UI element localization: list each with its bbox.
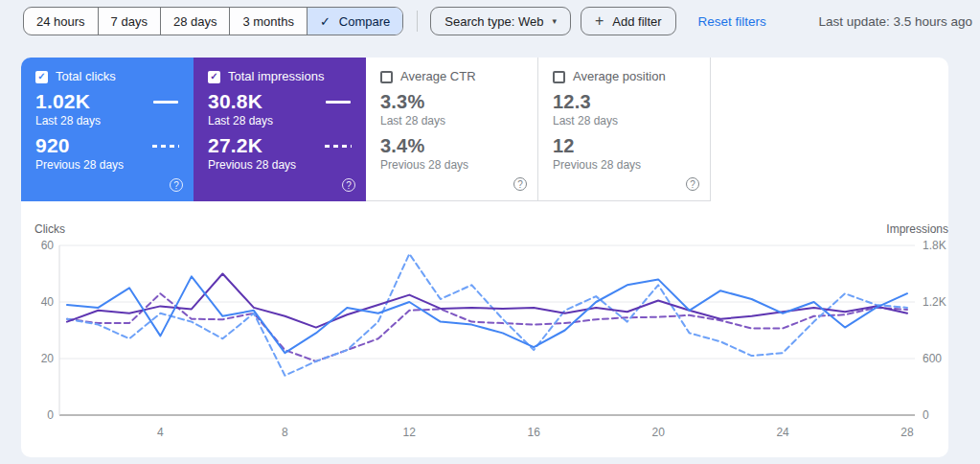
- card-title: Average CTR: [400, 70, 476, 83]
- reset-filters-link[interactable]: Reset filters: [698, 14, 766, 29]
- card-average-ctr[interactable]: Average CTR 3.3% Last 28 days 3.4% Previ…: [366, 58, 538, 201]
- search-type-label: Search type: Web: [444, 14, 543, 29]
- svg-text:0: 0: [923, 408, 929, 422]
- metric-row-current: 1.02K: [35, 91, 180, 112]
- metric-value-current: 3.3%: [380, 91, 424, 112]
- metric-label-previous: Previous 28 days: [35, 158, 180, 172]
- tab-24-hours[interactable]: 24 hours: [24, 8, 98, 35]
- card-title: Total clicks: [56, 70, 116, 83]
- metric-value-current: 12.3: [553, 91, 591, 112]
- checkbox-total-impressions[interactable]: ✓: [208, 71, 220, 83]
- metric-row-previous: 12: [553, 135, 696, 156]
- help-icon[interactable]: ?: [513, 177, 527, 191]
- solid-line-indicator: [153, 101, 178, 104]
- card-total-clicks[interactable]: ✓ Total clicks 1.02K Last 28 days 920 Pr…: [21, 58, 194, 201]
- performance-chart[interactable]: 020406006001.2K1.8K481216202428ClicksImp…: [21, 201, 948, 457]
- metric-row-previous: 3.4%: [380, 135, 524, 156]
- svg-text:1.8K: 1.8K: [923, 239, 946, 252]
- metric-value-previous: 920: [35, 135, 70, 156]
- compare-toggle[interactable]: ✓ Compare: [307, 8, 402, 35]
- dashed-line-indicator: [152, 145, 179, 148]
- checkbox-average-ctr[interactable]: [380, 71, 393, 83]
- dashed-line-indicator: [325, 145, 352, 148]
- svg-text:Clicks: Clicks: [34, 222, 65, 236]
- svg-text:24: 24: [776, 426, 789, 439]
- metric-label-previous: Previous 28 days: [553, 158, 696, 172]
- metric-cards: ✓ Total clicks 1.02K Last 28 days 920 Pr…: [21, 58, 948, 201]
- card-title: Total impressions: [228, 70, 324, 83]
- metric-label-current: Last 28 days: [380, 114, 524, 128]
- performance-panel: ✓ Total clicks 1.02K Last 28 days 920 Pr…: [21, 58, 948, 457]
- metric-label-previous: Previous 28 days: [208, 158, 353, 172]
- tab-3-months[interactable]: 3 months: [229, 8, 306, 35]
- metric-label-current: Last 28 days: [553, 114, 696, 128]
- svg-text:40: 40: [41, 295, 55, 309]
- svg-text:20: 20: [41, 352, 55, 365]
- svg-text:4: 4: [157, 426, 164, 439]
- svg-text:28: 28: [900, 426, 914, 439]
- chevron-down-icon: ▾: [552, 16, 557, 26]
- svg-text:Impressions: Impressions: [886, 222, 948, 236]
- check-icon: ✓: [320, 14, 330, 29]
- compare-label: Compare: [339, 14, 390, 29]
- svg-text:12: 12: [403, 426, 417, 439]
- metric-row-previous: 920: [35, 135, 180, 156]
- help-icon[interactable]: ?: [342, 178, 355, 192]
- card-header: ✓ Total impressions: [208, 70, 353, 83]
- card-average-position[interactable]: Average position 12.3 Last 28 days 12 Pr…: [538, 58, 711, 201]
- add-filter-label: Add filter: [612, 14, 661, 29]
- svg-text:600: 600: [923, 352, 942, 365]
- card-header: ✓ Total clicks: [35, 70, 180, 83]
- help-icon[interactable]: ?: [170, 178, 183, 192]
- metric-value-current: 30.8K: [208, 91, 262, 112]
- metric-value-previous: 12: [553, 135, 575, 156]
- toolbar-divider: [417, 11, 418, 32]
- metric-value-current: 1.02K: [35, 91, 90, 112]
- metric-label-previous: Previous 28 days: [380, 158, 524, 172]
- metric-label-current: Last 28 days: [208, 114, 353, 128]
- date-range-selector: 24 hours 7 days 28 days 3 months ✓ Compa…: [23, 7, 403, 35]
- metric-label-current: Last 28 days: [35, 114, 180, 128]
- metric-row-previous: 27.2K: [208, 135, 353, 156]
- checkbox-average-position[interactable]: [553, 71, 565, 83]
- svg-text:60: 60: [41, 239, 55, 252]
- metric-row-current: 12.3: [553, 91, 696, 112]
- help-icon[interactable]: ?: [686, 177, 699, 191]
- svg-text:20: 20: [651, 426, 665, 439]
- svg-text:16: 16: [528, 426, 541, 439]
- card-title: Average position: [573, 70, 666, 83]
- svg-text:1.2K: 1.2K: [923, 295, 946, 309]
- card-total-impressions[interactable]: ✓ Total impressions 30.8K Last 28 days 2…: [194, 58, 366, 201]
- plus-icon: +: [595, 13, 604, 29]
- search-type-dropdown[interactable]: Search type: Web ▾: [430, 7, 571, 35]
- checkbox-total-clicks[interactable]: ✓: [35, 71, 48, 83]
- tab-7-days[interactable]: 7 days: [98, 8, 160, 35]
- solid-line-indicator: [326, 101, 351, 104]
- last-update-text: Last update: 3.5 hours ago: [818, 14, 972, 29]
- metric-value-previous: 3.4%: [380, 135, 424, 156]
- add-filter-button[interactable]: + Add filter: [581, 7, 676, 35]
- metric-row-current: 30.8K: [208, 91, 353, 112]
- metric-value-previous: 27.2K: [208, 135, 262, 156]
- card-header: Average CTR: [380, 70, 524, 83]
- card-header: Average position: [553, 70, 696, 83]
- svg-text:8: 8: [282, 426, 288, 439]
- metric-row-current: 3.3%: [380, 91, 524, 112]
- tab-28-days[interactable]: 28 days: [160, 8, 230, 35]
- svg-text:0: 0: [47, 408, 54, 422]
- toolbar: 24 hours 7 days 28 days 3 months ✓ Compa…: [23, 6, 972, 36]
